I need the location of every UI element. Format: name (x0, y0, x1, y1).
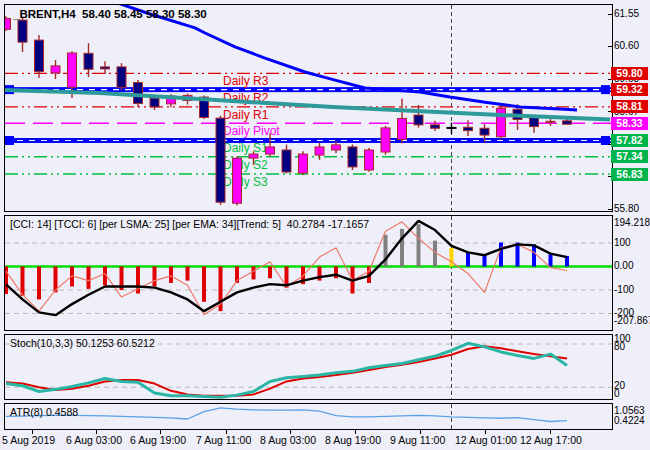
stoch-axis-label: 0 (614, 388, 620, 399)
time-axis-tick (290, 430, 291, 434)
price-axis-tick (608, 14, 612, 15)
time-axis-label: 5 Aug 2019 (2, 434, 55, 446)
time-axis-tick (226, 430, 227, 434)
time-axis-tick (420, 430, 421, 434)
time-axis-tick (355, 430, 356, 434)
price-axis-tick (608, 46, 612, 47)
time-axis-tick (485, 430, 486, 434)
time-axis-tick (96, 430, 97, 434)
atr-axis-label: 0.4224 (614, 415, 645, 426)
price-tick-label: 60.60 (614, 40, 639, 51)
time-axis-tick (32, 430, 33, 434)
time-axis-label: 12 Aug 17:00 (520, 434, 582, 446)
time-axis-label: 8 Aug 19:00 (325, 434, 381, 446)
pivot-price-badge: 57.82 (611, 134, 648, 147)
pivot-price-badge: 59.32 (611, 83, 648, 96)
stoch-axis-label: 80 (614, 341, 625, 352)
time-axis-label: 9 Aug 11:00 (390, 434, 445, 446)
time-axis-label: 12 Aug 01:00 (455, 434, 517, 446)
pivot-price-badge: 59.80 (611, 67, 648, 80)
cci-axis-label: 100 (614, 237, 631, 248)
time-axis-tick (550, 430, 551, 434)
time-axis[interactable]: 5 Aug 20196 Aug 03:006 Aug 19:007 Aug 11… (0, 430, 650, 450)
time-axis-label: 6 Aug 19:00 (130, 434, 186, 446)
cci-axis-label: -207.867 (614, 315, 650, 326)
price-axis-overlay[interactable]: 61.5560.6059.6358.6757.7156.7655.8059.80… (0, 0, 650, 450)
mt4-chart-window: { "window": { "title": "_BRENT,H4 58.40 … (0, 0, 650, 450)
time-axis-label: 7 Aug 11:00 (196, 434, 251, 446)
price-axis-tick (608, 209, 612, 210)
pivot-price-badge: 56.83 (611, 168, 648, 181)
price-tick-label: 55.80 (614, 203, 639, 214)
cci-axis-label: -100 (614, 284, 634, 295)
pivot-price-badge: 58.81 (611, 100, 648, 113)
cci-axis-label: 194.2187 (614, 217, 650, 228)
pivot-price-badge: 57.34 (611, 150, 648, 163)
cci-axis-label: 0.00 (614, 260, 633, 271)
time-axis-tick (160, 430, 161, 434)
price-tick-label: 61.55 (614, 8, 639, 19)
pivot-price-badge: 58.33 (611, 117, 648, 130)
time-axis-label: 8 Aug 03:00 (260, 434, 316, 446)
time-axis-label: 6 Aug 03:00 (66, 434, 122, 446)
